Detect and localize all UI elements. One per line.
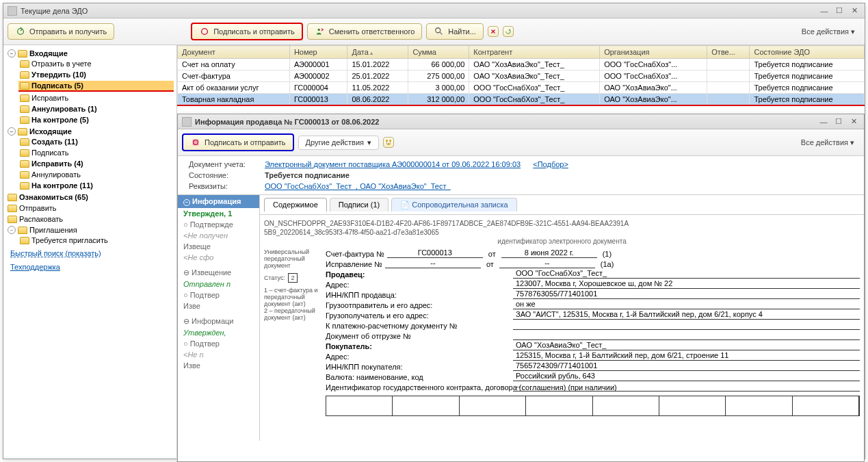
- col-counter[interactable]: Контрагент: [469, 46, 600, 59]
- tree-item[interactable]: ⊖ Информаци: [178, 316, 259, 327]
- tree-item[interactable]: ⊖ Извещение: [178, 267, 259, 279]
- app-icon: [8, 6, 17, 16]
- dropdown-icon: ▾: [851, 27, 855, 36]
- sub-sign-send-button[interactable]: Подписать и отправить: [182, 133, 294, 151]
- folder-icon: [18, 50, 27, 57]
- doc-form: Счет-фактура №ГС000013от8 июня 2022 г.(1…: [326, 248, 860, 416]
- tab-note[interactable]: 📄 Сопроводительная записка: [391, 198, 516, 211]
- tree-approve[interactable]: Утвердить (10): [18, 70, 174, 79]
- table-row[interactable]: Акт об оказании услугГС00000411.05.20223…: [178, 82, 865, 94]
- sub-minimize-button[interactable]: —: [817, 117, 830, 127]
- col-date[interactable]: Дата▴: [347, 46, 408, 59]
- tab-content[interactable]: Содержимое: [264, 198, 327, 211]
- tree-fix[interactable]: Исправить: [18, 93, 174, 103]
- dropdown-icon: ▾: [850, 138, 854, 147]
- tree-outgoing[interactable]: −Исходящие: [6, 127, 174, 136]
- change-responsible-label: Сменить ответственного: [329, 27, 415, 36]
- tree-sign2[interactable]: Подписать: [18, 148, 174, 157]
- clear-button[interactable]: [488, 26, 499, 37]
- table-row[interactable]: Счет на оплатуАЭ00000115.01.202266 000,0…: [178, 59, 865, 70]
- sub-maximize-button[interactable]: ☐: [832, 117, 845, 127]
- note-icon: 📄: [400, 201, 410, 209]
- tree-acquaint[interactable]: Ознакомиться (65): [6, 192, 174, 202]
- send-receive-button[interactable]: Отправить и получить: [8, 23, 114, 40]
- sub-close-button[interactable]: ✕: [847, 117, 860, 127]
- support-link[interactable]: Техподдержка: [10, 263, 60, 271]
- tree-item[interactable]: Изве: [178, 300, 259, 311]
- table-row[interactable]: Счет-фактураАЭ00000225.01.2022275 000,00…: [178, 70, 865, 82]
- svg-point-2: [436, 28, 440, 33]
- find-label: Найти...: [448, 27, 476, 36]
- change-responsible-button[interactable]: Сменить ответственного: [307, 23, 423, 40]
- tree-cancel[interactable]: Аннулировать (1): [18, 104, 174, 114]
- other-actions-button[interactable]: Другие действия ▾: [298, 136, 379, 150]
- col-num[interactable]: Номер: [289, 46, 347, 59]
- tree-unpack[interactable]: Распаковать: [6, 214, 174, 224]
- stamp-icon: [190, 137, 201, 148]
- doc-account-label: Документ учета:: [189, 160, 261, 168]
- tree-sign[interactable]: Подписать (5): [18, 81, 174, 92]
- tree-control2[interactable]: На контроле (11): [18, 181, 174, 190]
- tree-reflect[interactable]: Отразить в учете: [18, 59, 174, 68]
- sign-send-button[interactable]: Подписать и отправить: [191, 23, 303, 40]
- tree-control[interactable]: На контроле (5): [18, 115, 174, 125]
- folder-icon: [20, 82, 29, 90]
- state-value: Требуется подписание: [265, 171, 350, 179]
- close-button[interactable]: ✕: [848, 6, 860, 16]
- col-doc[interactable]: Документ: [178, 46, 290, 59]
- collapse-icon[interactable]: −: [8, 49, 16, 57]
- col-state[interactable]: Состояние ЭДО: [750, 46, 865, 59]
- tree-send[interactable]: Отправить: [6, 203, 174, 213]
- folder-icon: [20, 160, 29, 168]
- folder-icon: [20, 138, 29, 146]
- doc-account-link[interactable]: Электронный документ поставщика АЭ000000…: [265, 160, 521, 168]
- selection-link[interactable]: <Подбор>: [533, 160, 568, 168]
- tree-item[interactable]: ○ Подтвержде: [178, 219, 259, 230]
- dropdown-icon: ▾: [367, 138, 371, 147]
- minimize-button[interactable]: —: [818, 6, 830, 16]
- tree-item[interactable]: <Не получен: [178, 230, 259, 241]
- tab-signs[interactable]: Подписи (1): [330, 198, 389, 211]
- collapse-icon[interactable]: −: [8, 226, 16, 234]
- info-tab[interactable]: −Информация: [178, 195, 259, 208]
- sign-send-label: Подписать и отправить: [213, 27, 295, 36]
- req-link[interactable]: ООО "ГосСнабХоз"_Тест_, ОАО "ХозАвиаЭко"…: [265, 182, 451, 190]
- tabs: Содержимое Подписи (1) 📄 Сопроводительна…: [260, 195, 864, 215]
- tree-item[interactable]: <Не п: [178, 349, 259, 360]
- maximize-button[interactable]: ☐: [833, 6, 845, 16]
- tree-item[interactable]: ○ Подтвер: [178, 338, 259, 349]
- folder-icon: [8, 194, 17, 201]
- tree-item[interactable]: ○ Подтвер: [178, 290, 259, 300]
- tree-view-button[interactable]: [383, 137, 394, 148]
- folder-icon: [20, 116, 29, 124]
- col-org[interactable]: Организация: [600, 46, 707, 59]
- refresh-button[interactable]: [503, 26, 514, 37]
- documents-grid[interactable]: Документ Номер Дата▴ Сумма Контрагент Ор…: [177, 45, 865, 106]
- tree-need-invite[interactable]: Требуется пригласить: [18, 235, 174, 245]
- folder-icon: [20, 71, 29, 79]
- table-row[interactable]: Товарная накладнаяГС00001308.06.2022312 …: [178, 94, 865, 106]
- tree-item[interactable]: Отправлен п: [178, 279, 259, 290]
- tree-fix2[interactable]: Исправить (4): [18, 159, 174, 168]
- col-resp[interactable]: Отве...: [707, 46, 750, 59]
- collapse-icon[interactable]: −: [8, 127, 16, 136]
- quick-search-link[interactable]: Быстрый поиск (показать): [10, 249, 101, 257]
- sub-all-actions-label: Все действия: [801, 138, 848, 146]
- document-area: ON_NSCHFDOPPR_2AE93F310E4-D1B2-4F20-AF86…: [260, 215, 864, 441]
- sub-all-actions-button[interactable]: Все действия ▾: [795, 137, 860, 149]
- sub-titlebar: Информация продавца № ГС000013 от 08.06.…: [178, 114, 864, 129]
- folder-icon: [20, 171, 29, 179]
- tree-item[interactable]: <Не сфо: [178, 252, 259, 263]
- other-actions-label: Другие действия: [306, 138, 364, 146]
- tree-incoming[interactable]: −Входящие: [6, 49, 174, 58]
- tree-create[interactable]: Создать (11): [18, 137, 174, 146]
- tree-item[interactable]: Изве: [178, 360, 259, 371]
- svg-rect-8: [386, 140, 388, 142]
- col-sum[interactable]: Сумма: [408, 46, 469, 59]
- all-actions-button[interactable]: Все действия ▾: [796, 26, 860, 38]
- find-button[interactable]: Найти...: [426, 23, 484, 40]
- tree-item[interactable]: Извеще: [178, 241, 259, 252]
- tree-cancel2[interactable]: Аннулировать: [18, 170, 174, 179]
- tree-invites[interactable]: −Приглашения: [6, 225, 174, 235]
- tree-item[interactable]: Утвержден,: [178, 327, 259, 338]
